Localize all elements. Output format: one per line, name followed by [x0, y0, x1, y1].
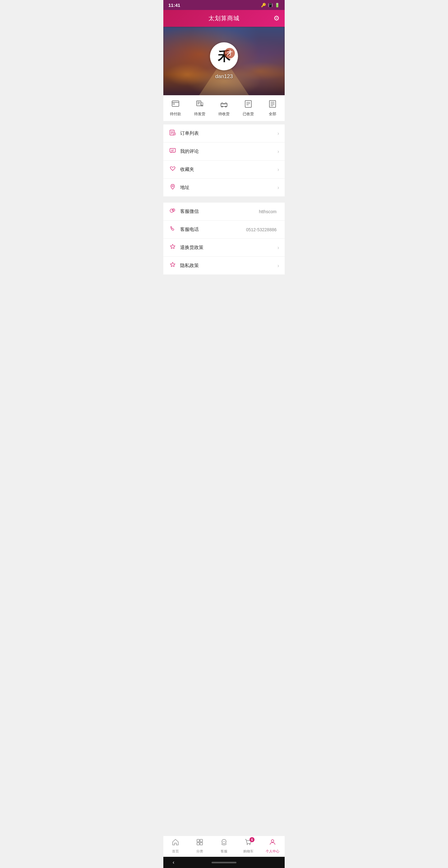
menu-item-favorites[interactable]: 收藏夹 ›	[163, 161, 285, 179]
svg-rect-28	[170, 149, 175, 152]
menu-item-order-list[interactable]: 订单列表 ›	[163, 124, 285, 143]
svg-point-48	[271, 840, 274, 842]
address-arrow: ›	[278, 185, 279, 190]
svg-point-31	[172, 185, 173, 187]
favorites-icon	[169, 165, 177, 173]
svg-rect-38	[197, 839, 199, 842]
menu-item-privacy-policy[interactable]: 隐私政策 ›	[163, 257, 285, 275]
svg-point-8	[202, 105, 203, 106]
order-status-bar: 待付款 待发货 待收货	[163, 95, 285, 121]
svg-rect-40	[197, 842, 199, 845]
reviews-arrow: ›	[278, 149, 279, 154]
svg-rect-2	[173, 103, 174, 104]
return-policy-icon	[169, 244, 177, 251]
key-icon: 🔑	[261, 3, 266, 7]
svg-point-35	[172, 210, 173, 211]
avatar-char2: 才	[224, 48, 235, 59]
svg-point-44	[224, 841, 224, 842]
profile-banner: 禾 才 dan123	[163, 27, 285, 95]
menu-item-return-policy[interactable]: 退换货政策 ›	[163, 239, 285, 257]
svg-rect-16	[269, 100, 276, 107]
order-status-all[interactable]: 全部	[260, 100, 285, 117]
nav-item-cart[interactable]: 6 购物车	[239, 838, 258, 854]
home-icon	[172, 838, 179, 848]
svg-rect-39	[200, 839, 202, 842]
pending-payment-icon	[171, 100, 180, 110]
menu-item-customer-phone[interactable]: 客服电话 0512-53228886	[163, 221, 285, 239]
home-label: 首页	[172, 849, 179, 854]
gray-spacer	[163, 275, 285, 331]
order-status-received[interactable]: 已收货	[236, 100, 260, 117]
avatar[interactable]: 禾 才	[210, 42, 238, 70]
app-header: 太划算商城 ⚙	[163, 10, 285, 27]
svg-rect-41	[200, 842, 202, 845]
svg-point-32	[170, 209, 173, 213]
order-list-arrow: ›	[278, 131, 279, 136]
menu-section-1: 订单列表 › 我的评论 › 收藏夹 › 地址	[163, 124, 285, 196]
profile-username: dan123	[215, 73, 233, 80]
battery-icon: 🔋	[275, 3, 280, 7]
svg-point-47	[250, 844, 251, 845]
pending-payment-label: 待付款	[170, 112, 181, 117]
order-status-pending-receive[interactable]: 待收货	[212, 100, 236, 117]
privacy-policy-label: 隐私政策	[180, 263, 278, 269]
status-icons: 🔑 📳 🔋	[261, 3, 280, 7]
profile-nav-label: 个人中心	[266, 849, 279, 854]
pending-ship-label: 待发货	[194, 112, 205, 117]
section-divider	[163, 196, 285, 199]
svg-rect-3	[197, 101, 201, 106]
header-title: 太划算商城	[209, 14, 239, 23]
order-status-pending-payment[interactable]: 待付款	[163, 100, 188, 117]
order-status-pending-ship[interactable]: 待发货	[188, 100, 212, 117]
category-label: 分类	[196, 849, 203, 854]
nav-item-home[interactable]: 首页	[166, 838, 185, 854]
nav-item-profile[interactable]: 个人中心	[263, 838, 282, 854]
return-policy-arrow: ›	[278, 245, 279, 251]
service-label: 客服	[221, 849, 227, 854]
reviews-label: 我的评论	[180, 149, 278, 154]
svg-point-43	[223, 841, 223, 842]
favorites-label: 收藏夹	[180, 166, 278, 173]
profile-nav-icon	[269, 838, 276, 848]
cart-badge: 6	[250, 837, 255, 842]
privacy-policy-arrow: ›	[278, 263, 279, 269]
reviews-icon	[169, 148, 177, 155]
address-label: 地址	[180, 185, 278, 190]
svg-point-46	[247, 844, 248, 845]
status-time: 11:41	[168, 2, 180, 8]
customer-phone-icon	[169, 226, 177, 234]
cart-label: 购物车	[243, 849, 254, 854]
menu-item-address[interactable]: 地址 ›	[163, 179, 285, 196]
vibrate-icon: 📳	[268, 3, 273, 7]
all-icon	[268, 100, 277, 110]
received-label: 已收货	[243, 112, 254, 117]
status-bar: 11:41 🔑 📳 🔋	[163, 0, 285, 10]
svg-point-34	[171, 210, 172, 211]
order-list-label: 订单列表	[180, 130, 278, 136]
menu-item-reviews[interactable]: 我的评论 ›	[163, 143, 285, 161]
service-icon	[220, 838, 228, 848]
received-icon	[244, 100, 252, 110]
customer-wechat-label: 客服微信	[180, 209, 259, 214]
pending-receive-icon	[220, 100, 228, 110]
nav-item-category[interactable]: 分类	[190, 838, 209, 854]
return-policy-label: 退换货政策	[180, 245, 278, 251]
svg-rect-12	[245, 100, 251, 107]
menu-section-2: 客服微信 htthscom 客服电话 0512-53228886 退换货政策 ›…	[163, 203, 285, 275]
avatar-inner: 禾 才	[210, 42, 238, 70]
nav-item-service[interactable]: 客服	[215, 838, 233, 854]
pending-receive-label: 待收货	[218, 112, 230, 117]
order-list-icon	[169, 129, 177, 137]
all-orders-label: 全部	[269, 112, 276, 117]
pending-ship-icon	[196, 100, 204, 110]
system-bar: ‹	[163, 857, 285, 868]
back-button[interactable]: ‹	[173, 860, 174, 865]
cart-icon: 6	[245, 838, 252, 848]
home-pill[interactable]	[212, 862, 236, 863]
settings-icon[interactable]: ⚙	[274, 14, 280, 23]
customer-phone-label: 客服电话	[180, 226, 246, 232]
svg-point-45	[225, 841, 225, 842]
privacy-policy-icon	[169, 262, 177, 270]
customer-wechat-value: htthscom	[259, 209, 277, 214]
menu-item-customer-wechat[interactable]: 客服微信 htthscom	[163, 203, 285, 221]
